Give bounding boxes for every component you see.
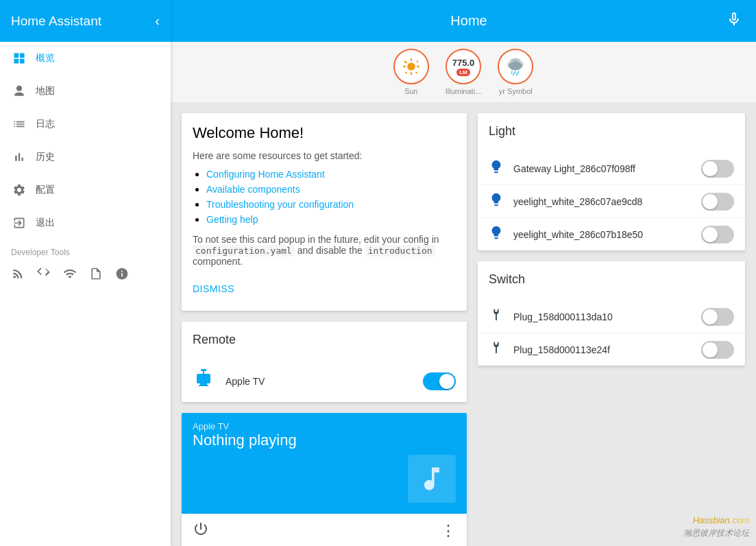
switch2-name: Plug_158d000113e24f	[513, 344, 692, 355]
info-dev-icon[interactable]	[115, 267, 129, 281]
sidebar: Home Assistant ‹ 概览 地图 日志	[0, 0, 171, 546]
page-title: Home	[212, 13, 726, 29]
light1-toggle[interactable]	[701, 160, 734, 178]
light2-icon	[489, 192, 504, 211]
media-body	[182, 455, 467, 514]
gear-icon	[11, 182, 27, 198]
topbar: Home	[171, 0, 756, 42]
sidebar-item-logout[interactable]: 退出	[0, 206, 171, 239]
apple-tv-toggle[interactable]	[423, 372, 456, 390]
light3-toggle[interactable]	[701, 226, 734, 244]
switch-card-header: Switch	[478, 261, 745, 300]
more-options-icon[interactable]: ⋮	[441, 522, 456, 540]
weather-illuminati: 775.0 LM Illuminati...	[446, 49, 482, 95]
sidebar-item-overview-label: 概览	[36, 52, 55, 64]
sidebar-item-map[interactable]: 地图	[0, 75, 171, 108]
code-dev-icon[interactable]	[37, 267, 51, 281]
sidebar-toggle-button[interactable]: ‹	[155, 13, 160, 29]
sidebar-item-overview[interactable]: 概览	[0, 42, 171, 75]
sidebar-item-settings-label: 配置	[36, 184, 55, 196]
wifi-dev-icon[interactable]	[63, 267, 77, 281]
weather-bar: Sun 775.0 LM Illuminati... yr Symbol	[171, 42, 756, 102]
welcome-card-content: Welcome Home! Here are some resources to…	[182, 113, 467, 311]
sidebar-header: Home Assistant ‹	[0, 0, 171, 42]
exit-icon	[11, 215, 27, 231]
apple-tv-icon	[193, 369, 215, 394]
media-player-card: Apple TV Nothing playing ⋮	[182, 413, 467, 546]
introduction-code: introduction	[365, 245, 435, 257]
power-icon[interactable]	[193, 521, 209, 541]
yr-label: yr Symbol	[499, 87, 533, 95]
lux-circle: 775.0 LM	[446, 49, 481, 84]
media-subtitle: Apple TV	[193, 421, 456, 431]
svg-line-5	[515, 71, 515, 74]
left-column: Welcome Home! Here are some resources to…	[182, 113, 467, 546]
configure-link[interactable]: Configuring Home Assistant	[206, 169, 325, 180]
apple-tv-row: Apple TV	[182, 361, 467, 402]
svg-rect-10	[203, 371, 204, 374]
sun-label: Sun	[404, 87, 418, 95]
sidebar-item-map-label: 地图	[36, 85, 55, 97]
yr-circle	[498, 49, 533, 84]
light1-icon	[489, 159, 504, 178]
sidebar-item-settings[interactable]: 配置	[0, 174, 171, 206]
bar-chart-icon	[11, 149, 27, 165]
sidebar-item-log-label: 日志	[36, 118, 55, 130]
sidebar-item-history-label: 历史	[36, 151, 55, 163]
config-yaml-code: configuration.yaml	[193, 245, 295, 257]
svg-line-6	[518, 71, 519, 74]
footer-text3: component.	[193, 256, 243, 267]
link-item: Configuring Home Assistant	[206, 168, 456, 180]
switch1-toggle[interactable]	[701, 308, 734, 326]
media-controls: ⋮	[182, 514, 467, 546]
sidebar-item-log[interactable]: 日志	[0, 108, 171, 141]
content-area: Welcome Home! Here are some resources to…	[171, 102, 756, 546]
remote-dev-icon[interactable]	[11, 267, 25, 281]
light1-row: Gateway Light_286c07f098ff	[478, 152, 745, 185]
light-card-header: Light	[478, 113, 745, 152]
sun-circle	[393, 49, 429, 84]
plug2-icon	[489, 340, 504, 359]
file-dev-icon[interactable]	[89, 267, 103, 281]
grid-icon	[11, 50, 27, 67]
welcome-footer: To not see this card popup in the future…	[193, 234, 456, 267]
light3-icon	[489, 225, 504, 244]
troubleshoot-link[interactable]: Troubleshooting your configuration	[206, 199, 354, 210]
dismiss-button[interactable]: DISMISS	[193, 278, 234, 300]
welcome-card: Welcome Home! Here are some resources to…	[182, 113, 467, 311]
svg-rect-9	[201, 369, 206, 371]
sidebar-item-history[interactable]: 历史	[0, 141, 171, 174]
lm-badge: LM	[456, 69, 470, 76]
help-link[interactable]: Getting help	[206, 214, 258, 225]
plug1-icon	[489, 307, 504, 326]
svg-line-8	[517, 73, 517, 75]
sidebar-item-logout-label: 退出	[36, 217, 55, 229]
developer-tools-label: Developer Tools	[0, 239, 171, 261]
media-title: Nothing playing	[193, 431, 456, 449]
light-card-title: Light	[489, 124, 734, 139]
light1-name: Gateway Light_286c07f098ff	[513, 163, 692, 174]
light2-row: yeelight_white_286c07ae9cd8	[478, 185, 745, 218]
remote-card-header: Remote	[182, 322, 467, 361]
switch1-name: Plug_158d000113da10	[513, 311, 692, 322]
light2-toggle[interactable]	[701, 193, 734, 211]
footer-text1: To not see this card popup in the future…	[193, 234, 439, 245]
person-icon	[11, 83, 27, 99]
light3-row: yeelight_white_286c07b18e50	[478, 218, 745, 250]
remote-card: Remote Apple TV	[182, 322, 467, 402]
switch-card: Switch Plug_158d000113da10 Plug_158d0001…	[478, 261, 745, 366]
switch2-row: Plug_158d000113e24f	[478, 333, 745, 366]
lux-value: 775.0	[452, 58, 475, 68]
weather-sun: Sun	[393, 49, 429, 95]
switch2-toggle[interactable]	[701, 341, 734, 359]
svg-rect-11	[197, 374, 210, 383]
link-item: Troubleshooting your configuration	[206, 198, 456, 211]
components-link[interactable]: Available components	[206, 184, 300, 195]
switch-card-title: Switch	[489, 272, 734, 287]
mic-icon[interactable]	[726, 11, 742, 32]
svg-line-4	[511, 71, 512, 74]
switch1-row: Plug_158d000113da10	[478, 300, 745, 333]
light3-name: yeelight_white_286c07b18e50	[513, 229, 692, 240]
media-header: Apple TV Nothing playing	[182, 413, 467, 455]
app-title: Home Assistant	[11, 14, 101, 29]
